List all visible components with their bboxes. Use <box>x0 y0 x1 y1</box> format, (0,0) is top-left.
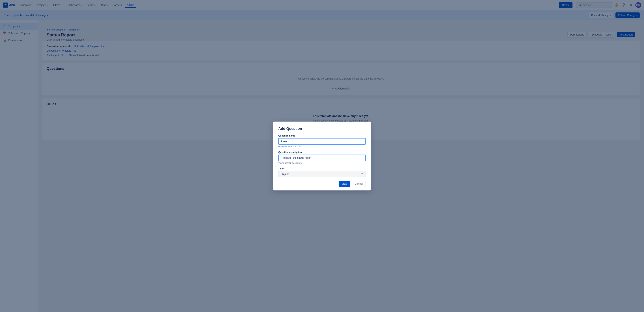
modal-cancel-button[interactable]: Cancel <box>352 181 366 187</box>
question-desc-input[interactable] <box>278 155 366 161</box>
question-type-field: Type Project Text Date User List <box>278 167 366 177</box>
question-type-select[interactable]: Project Text Date User List <box>278 171 366 177</box>
question-name-label: Question name <box>278 134 366 137</box>
question-type-label: Type <box>278 167 366 170</box>
modal-overlay[interactable]: Add Question Question name Give your que… <box>0 0 644 312</box>
modal-actions: Save Cancel <box>278 181 366 187</box>
modal-title: Add Question <box>278 127 366 131</box>
question-name-hint: Give your question a title. <box>278 145 366 148</box>
question-name-field: Question name Give your question a title… <box>278 134 366 148</box>
modal-save-button[interactable]: Save <box>338 181 350 187</box>
question-name-input[interactable] <box>278 138 366 145</box>
question-desc-label: Question description <box>278 151 366 154</box>
question-desc-field: Question description Your question goes … <box>278 151 366 164</box>
add-question-modal: Add Question Question name Give your que… <box>273 122 371 190</box>
question-desc-hint: Your question goes here. <box>278 162 366 164</box>
